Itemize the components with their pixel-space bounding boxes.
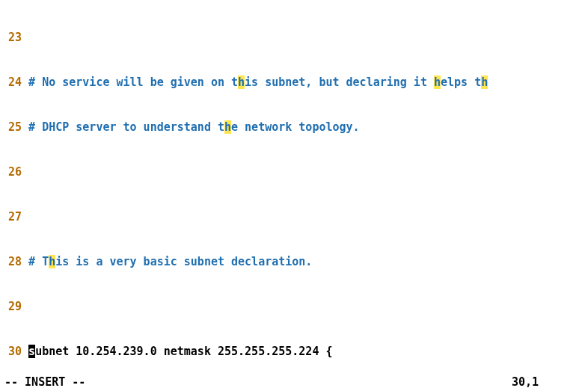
line-number: 27 [1,209,22,224]
search-match: h [49,255,55,268]
search-match: h [481,76,488,89]
search-match: h [238,76,245,89]
line-24: 24 # No service will be given on this su… [1,75,587,90]
code-content [28,30,587,45]
search-match: h [224,120,231,134]
line-23: 23 [1,30,587,45]
line-number: 23 [1,30,22,45]
line-number: 26 [1,164,22,179]
cursor-position: 30,1 [512,375,584,390]
code-content: # No service will be given on this subne… [28,75,587,90]
code-content [28,299,587,314]
line-27: 27 [1,209,587,224]
line-26: 26 [1,164,587,179]
line-number: 25 [1,120,22,135]
code-content [28,209,587,224]
code-content [28,164,587,179]
line-25: 25 # DHCP server to understand the netwo… [1,120,587,135]
status-bar: -- INSERT -- 30,1 [0,375,588,390]
cursor: s [28,345,35,358]
line-28: 28 # This is a very basic subnet declara… [1,254,587,269]
search-match: h [434,76,441,89]
code-content: # DHCP server to understand the network … [28,120,587,135]
mode-indicator: -- INSERT -- [4,375,85,390]
line-number: 30 [1,344,22,359]
line-29: 29 [1,299,587,314]
editor-viewport[interactable]: 23 24 # No service will be given on this… [0,0,588,391]
line-number: 29 [1,299,22,314]
code-content: # This is a very basic subnet declaratio… [28,254,587,269]
line-number: 28 [1,254,22,269]
code-content: subnet 10.254.239.0 netmask 255.255.255.… [28,344,587,359]
line-30: 30 subnet 10.254.239.0 netmask 255.255.2… [1,344,587,359]
line-number: 24 [1,75,22,90]
